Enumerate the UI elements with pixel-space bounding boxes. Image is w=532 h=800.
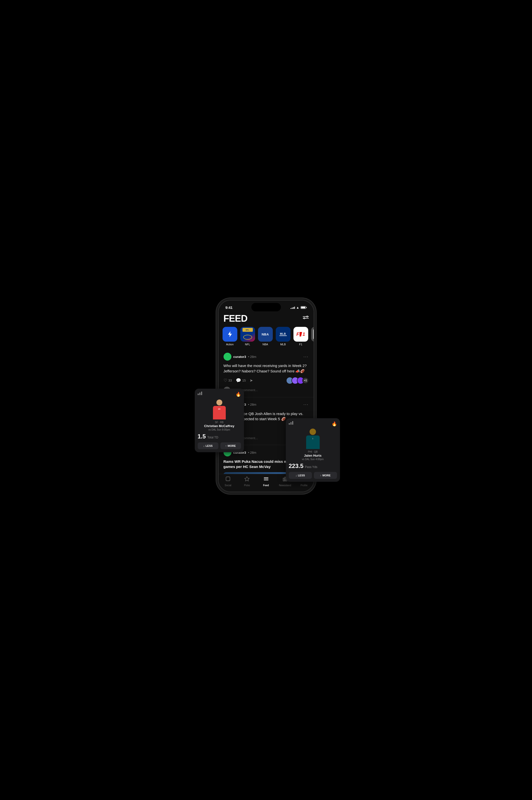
signal-icon [290, 306, 295, 309]
player-image-mccaffrey: 23 [209, 398, 229, 420]
sport-icon-nfl1[interactable]: NFL NFL [240, 327, 255, 346]
svg-rect-11 [285, 477, 286, 481]
card-position-left: SF · RB [198, 421, 241, 424]
nav-profile-label: Profile [301, 484, 307, 487]
post-2-more-button[interactable]: ··· [303, 402, 308, 407]
sport-icon-f1-label: F1 [299, 343, 302, 346]
card-stat-label-right: Pass Yds [305, 465, 317, 469]
post-1-comment-count: 15 [242, 378, 246, 382]
post-1-header: curator3 • 28m ··· [224, 353, 309, 360]
post-1-time: • 28m [248, 355, 256, 359]
card-stat-label-left: Total TD [207, 436, 218, 439]
svg-point-3 [304, 318, 305, 319]
author-avatar-1 [224, 353, 231, 360]
card-more-button-right[interactable]: ↑ MORE [314, 472, 337, 479]
stats-icon-left [198, 392, 202, 396]
nav-feed[interactable]: Feed [256, 476, 276, 487]
card-buttons-left: ↓ LESS ↑ MORE [198, 442, 241, 449]
nav-social[interactable]: Social [218, 476, 238, 487]
sport-icon-mlb-label: MLB [280, 343, 286, 346]
wifi-icon: ▲ [296, 306, 299, 309]
card-less-button-left[interactable]: ↓ LESS [198, 442, 218, 449]
post-1-like-count: 33 [228, 378, 232, 382]
post-2-time: • 28m [248, 403, 256, 406]
sport-icon-mlb[interactable]: MLB MLB [276, 327, 290, 346]
fire-icon-right: 🔥 [331, 421, 337, 427]
card-name-left: Christian McCaffrey [198, 424, 241, 428]
post-1-like-button[interactable]: ♡ 33 [224, 378, 232, 383]
status-icons: ▲ [290, 306, 307, 309]
sport-icon-nfl1-label: NFL [245, 343, 250, 346]
card-buttons-right: ↓ LESS ↑ MORE [289, 472, 337, 479]
card-name-right: Jalen Hurts [289, 454, 337, 458]
sport-icon-nba-label: NBA [262, 343, 268, 346]
svg-rect-10 [283, 478, 284, 481]
card-less-button-right[interactable]: ↓ LESS [289, 472, 312, 479]
card-top-right: 🔥 [289, 421, 337, 427]
sport-icon-f1[interactable]: F 1 F1 [293, 327, 308, 346]
sport-icon-action-label: Action [226, 343, 234, 346]
svg-rect-14 [198, 394, 199, 395]
side-button-power[interactable] [314, 342, 314, 362]
dynamic-island [251, 303, 281, 311]
card-top-left: 🔥 [198, 392, 241, 397]
svg-marker-4 [228, 331, 232, 337]
sport-icon-action[interactable]: Action [223, 327, 237, 346]
svg-rect-15 [200, 393, 201, 395]
post-1-actions: ♡ 33 💬 15 ➤ [224, 377, 309, 384]
arrow-up-icon-right: ↑ [320, 474, 322, 477]
svg-rect-19 [292, 421, 293, 425]
sport-icon-nhl[interactable]: NHL NHL [311, 327, 314, 346]
post-1-author-name: curator3 [233, 355, 246, 359]
post-1-comment-button[interactable]: 💬 15 [236, 378, 246, 383]
player-image-hurts: 1 [303, 428, 323, 449]
nav-picks[interactable]: Picks [238, 476, 256, 487]
fire-icon-left: 🔥 [235, 392, 241, 397]
feed-icon [263, 476, 269, 483]
nav-picks-label: Picks [244, 484, 250, 487]
nav-newsstand-label: Newsstand [279, 484, 291, 487]
page-header: FEED [218, 311, 314, 327]
svg-marker-6 [245, 477, 249, 481]
card-position-right: PHI · QB [289, 450, 337, 453]
card-stat-left: 1.5 Total TD [198, 433, 241, 440]
card-matchup-right: vs DAL Sun 4:00pm [289, 458, 337, 461]
card-more-button-left[interactable]: ↑ MORE [220, 442, 241, 449]
post-3-time: • 28m [248, 451, 256, 454]
card-matchup-left: vs DAL Sun 8:00pm [198, 428, 241, 431]
filter-icon[interactable] [303, 316, 309, 321]
post-1-share-button[interactable]: ➤ [250, 378, 253, 383]
nav-feed-label: Feed [263, 484, 269, 487]
status-time: 9:41 [226, 305, 233, 310]
social-icon [225, 476, 231, 483]
sport-icons-row: Action NFL NFL NBA [218, 327, 314, 349]
player-card-mccaffrey: 🔥 23 SF · RB Christian McCaffrey vs DAL … [195, 389, 244, 452]
battery-icon [301, 306, 307, 309]
svg-rect-16 [201, 392, 202, 395]
card-stat-value-left: 1.5 [198, 433, 206, 440]
card-stat-value-right: 223.5 [289, 463, 304, 469]
stats-icon-right [289, 421, 293, 426]
post-1-author-row: curator3 • 28m [224, 353, 256, 360]
nav-social-label: Social [225, 484, 231, 487]
svg-rect-5 [226, 477, 230, 481]
arrow-down-icon-right: ↓ [296, 474, 297, 477]
arrow-up-icon-left: ↑ [225, 444, 227, 447]
post-1-more-button[interactable]: ··· [303, 354, 308, 359]
arrow-down-icon-left: ↓ [203, 444, 205, 447]
player-card-hurts: 🔥 1 PHI · QB Jalen Hurts vs DAL Sun 4:00… [286, 418, 340, 482]
svg-point-1 [306, 316, 308, 317]
page-title: FEED [224, 313, 247, 324]
svg-rect-17 [289, 423, 290, 425]
sport-icon-nba[interactable]: NBA NBA [258, 327, 273, 346]
heart-icon: ♡ [224, 378, 227, 383]
share-icon: ➤ [250, 378, 253, 383]
comment-icon: 💬 [236, 378, 241, 383]
picks-icon [244, 476, 250, 483]
card-stat-right: 223.5 Pass Yds [289, 463, 337, 469]
svg-rect-18 [290, 422, 291, 425]
participants-extra-1: +1 [302, 377, 309, 384]
post-1-participants: +1 [286, 377, 309, 384]
post-1-text: Who will have the most receiving yards i… [224, 363, 309, 374]
